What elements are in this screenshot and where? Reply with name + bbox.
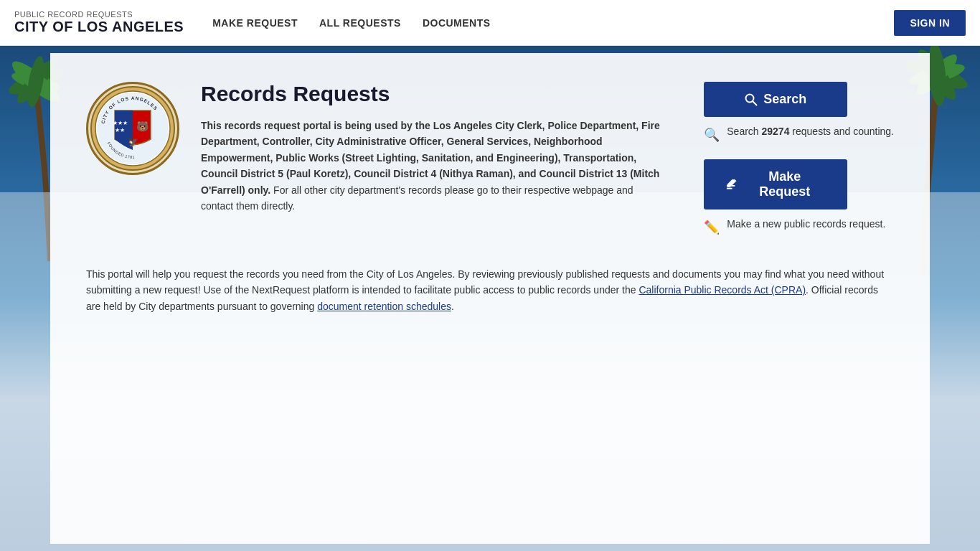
city-seal-container: ★★★ ★★ 🐻 🦅 CITY OF LOS ANGELES bbox=[86, 82, 179, 175]
make-request-description: ✏️ Make a new public records request. bbox=[704, 217, 894, 237]
site-title: CITY OF LOS ANGELES bbox=[14, 19, 184, 35]
make-request-desc-icon: ✏️ bbox=[704, 218, 720, 237]
make-request-button[interactable]: Make Request bbox=[704, 159, 847, 209]
search-desc-icon: 🔍 bbox=[704, 126, 720, 145]
nav-all-requests[interactable]: ALL REQUESTS bbox=[319, 14, 401, 32]
search-desc-before: Search bbox=[727, 126, 761, 137]
description-paragraph: This records request portal is being use… bbox=[201, 118, 668, 214]
svg-line-20 bbox=[753, 101, 757, 105]
supertitle: PUBLIC RECORD REQUESTS bbox=[14, 10, 184, 19]
search-action-block: Search 🔍 Search 29274 requests and count… bbox=[704, 82, 894, 145]
svg-text:★★★: ★★★ bbox=[113, 120, 128, 126]
actions-column: Search 🔍 Search 29274 requests and count… bbox=[704, 82, 894, 237]
main-text-content: Records Requests This records request po… bbox=[201, 82, 668, 214]
drs-link[interactable]: document retention schedules bbox=[317, 301, 451, 312]
search-btn-label: Search bbox=[763, 92, 806, 107]
bottom-text-section: This portal will help you request the re… bbox=[86, 266, 894, 314]
brand: PUBLIC RECORD REQUESTS CITY OF LOS ANGEL… bbox=[14, 10, 184, 35]
svg-text:★★: ★★ bbox=[115, 127, 125, 133]
page-title: Records Requests bbox=[201, 82, 668, 106]
make-request-action-block: Make Request ✏️ Make a new public record… bbox=[704, 159, 894, 237]
svg-rect-22 bbox=[727, 188, 732, 189]
top-row: ★★★ ★★ 🐻 🦅 CITY OF LOS ANGELES bbox=[86, 82, 894, 237]
hero-section: ★★★ ★★ 🐻 🦅 CITY OF LOS ANGELES bbox=[0, 46, 980, 551]
content-card: ★★★ ★★ 🐻 🦅 CITY OF LOS ANGELES bbox=[50, 53, 930, 544]
text-and-actions: Records Requests This records request po… bbox=[201, 82, 894, 237]
search-icon bbox=[745, 93, 758, 106]
nav-documents[interactable]: DOCUMENTS bbox=[423, 14, 491, 32]
search-desc-text: Search 29274 requests and counting. bbox=[727, 124, 894, 139]
nav-links: MAKE REQUEST ALL REQUESTS DOCUMENTS bbox=[212, 14, 894, 32]
city-seal-svg: ★★★ ★★ 🐻 🦅 CITY OF LOS ANGELES bbox=[90, 85, 176, 171]
svg-point-19 bbox=[746, 94, 754, 102]
search-button[interactable]: Search bbox=[704, 82, 847, 117]
search-count: 29274 bbox=[762, 126, 790, 137]
nav-make-request[interactable]: MAKE REQUEST bbox=[212, 14, 298, 32]
navbar: PUBLIC RECORD REQUESTS CITY OF LOS ANGEL… bbox=[0, 0, 980, 46]
svg-text:🦅: 🦅 bbox=[128, 136, 138, 147]
search-description: 🔍 Search 29274 requests and counting. bbox=[704, 124, 894, 145]
edit-icon bbox=[725, 178, 738, 191]
make-request-btn-label: Make Request bbox=[743, 169, 826, 199]
search-desc-after: requests and counting. bbox=[789, 126, 894, 137]
make-request-desc-text: Make a new public records request. bbox=[727, 217, 885, 232]
bottom-text-3: . bbox=[451, 301, 454, 312]
svg-text:🐻: 🐻 bbox=[136, 121, 149, 133]
signin-button[interactable]: SIGN IN bbox=[894, 10, 966, 36]
cpra-link[interactable]: California Public Records Act (CPRA) bbox=[639, 284, 806, 296]
city-seal: ★★★ ★★ 🐻 🦅 CITY OF LOS ANGELES bbox=[86, 82, 179, 175]
